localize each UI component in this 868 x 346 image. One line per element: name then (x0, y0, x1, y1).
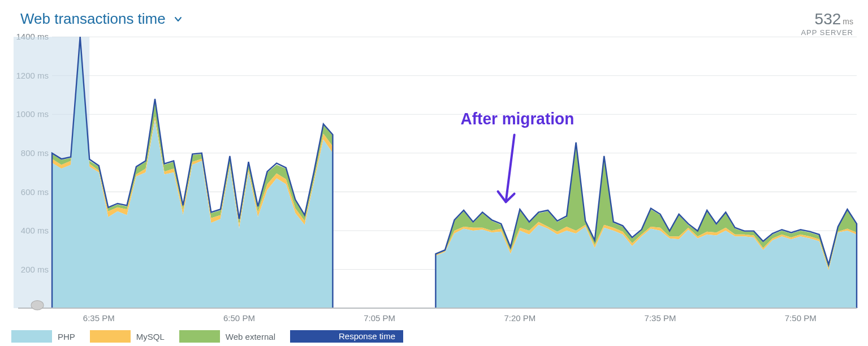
time-scrubber-handle[interactable] (31, 301, 44, 310)
legend-item-php[interactable]: PHP (11, 330, 81, 343)
svg-text:7:20 PM: 7:20 PM (504, 313, 536, 323)
stat-value: 532 (815, 10, 841, 28)
swatch-webext (179, 330, 220, 343)
legend-label-response: Response time (331, 330, 403, 343)
chart-title-dropdown[interactable]: Web transactions time (20, 10, 183, 28)
legend-item-mysql[interactable]: MySQL (90, 330, 170, 343)
svg-text:7:05 PM: 7:05 PM (364, 313, 395, 323)
annotation-text: After migration (461, 110, 575, 128)
chart-svg: 200 ms400 ms600 ms800 ms1000 ms1200 ms14… (14, 34, 862, 326)
chart-title: Web transactions time (20, 10, 166, 28)
chart-area[interactable]: 200 ms400 ms600 ms800 ms1000 ms1200 ms14… (14, 34, 862, 326)
swatch-mysql (90, 330, 131, 343)
stat-block: 532ms APP SERVER (801, 10, 853, 37)
svg-text:6:50 PM: 6:50 PM (223, 313, 255, 323)
swatch-response (290, 330, 331, 343)
legend-item-webext[interactable]: Web external (179, 330, 281, 343)
chevron-down-icon (174, 15, 183, 24)
legend-item-response[interactable]: Response time (290, 330, 403, 343)
svg-text:7:35 PM: 7:35 PM (645, 313, 676, 323)
svg-text:6:35 PM: 6:35 PM (83, 313, 115, 323)
swatch-php (11, 330, 52, 343)
legend-label-php: PHP (52, 332, 81, 341)
legend: PHP MySQL Web external Response time (11, 330, 403, 343)
stat-unit: ms (843, 17, 853, 26)
legend-label-webext: Web external (220, 332, 281, 341)
legend-label-mysql: MySQL (131, 332, 170, 341)
svg-text:7:50 PM: 7:50 PM (785, 313, 817, 323)
